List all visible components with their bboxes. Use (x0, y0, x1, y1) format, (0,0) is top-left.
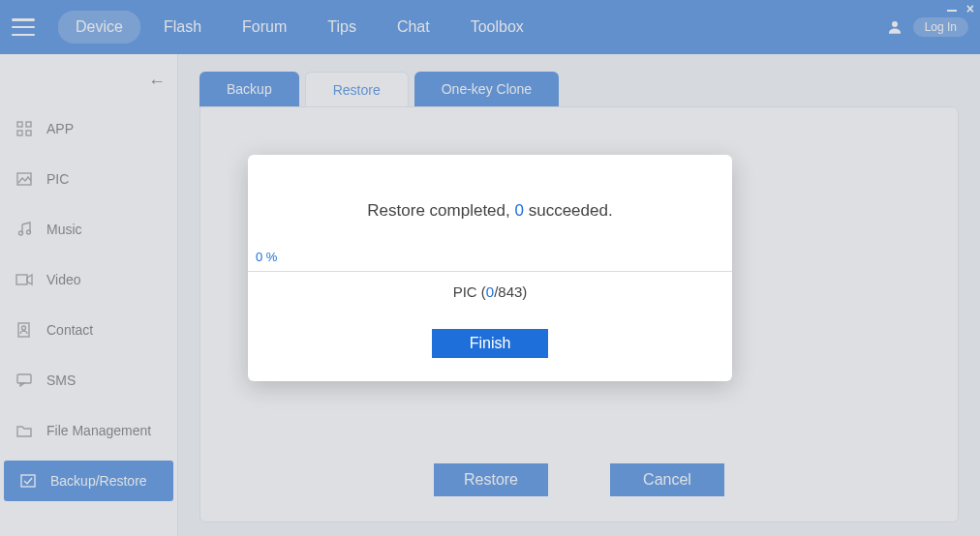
modal-message: Restore completed, 0 succeeded. (367, 201, 612, 221)
pic-progress: PIC (0/843) (453, 283, 528, 300)
progress-bar (248, 271, 732, 272)
restore-complete-dialog: Restore completed, 0 succeeded. 0 % PIC … (248, 155, 732, 381)
progress-percent: 0 % (256, 250, 277, 264)
modal-overlay: Restore completed, 0 succeeded. 0 % PIC … (0, 0, 980, 536)
finish-button[interactable]: Finish (432, 329, 548, 358)
